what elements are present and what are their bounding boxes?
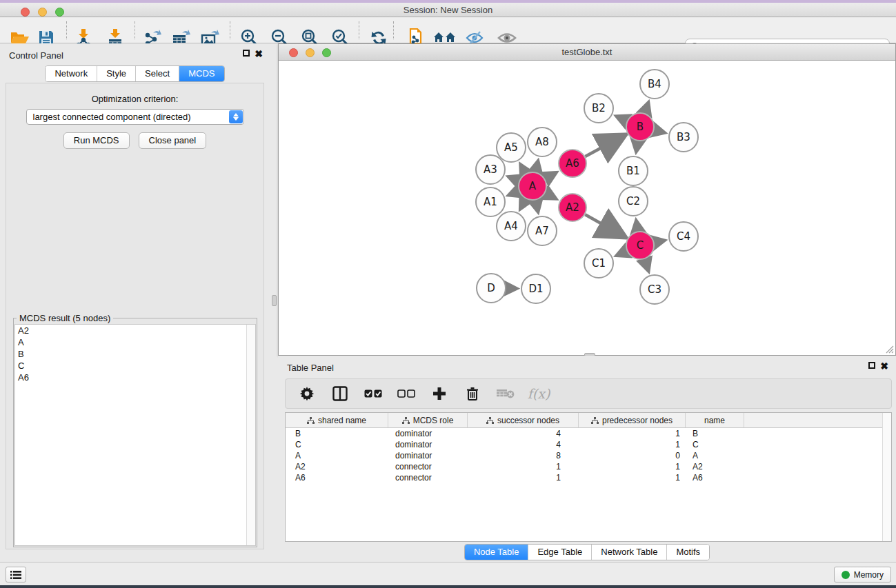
graph-edge-A-A7[interactable] bbox=[535, 201, 538, 212]
cell-successor-nodes[interactable]: 8 bbox=[468, 451, 579, 460]
optimization-criterion-select[interactable]: largest connected component (directed) bbox=[26, 109, 244, 125]
column-header-name[interactable]: name bbox=[686, 413, 744, 427]
graph-node-B3[interactable]: B3 bbox=[669, 123, 698, 152]
cell-shared-name[interactable]: B bbox=[286, 429, 388, 438]
deselect-all-columns-button[interactable] bbox=[397, 385, 415, 403]
column-header-MCDS-role[interactable]: MCDS role bbox=[388, 413, 468, 427]
graph-edge-A-A2[interactable] bbox=[546, 193, 557, 199]
mcds-result-list[interactable]: A2ABCA6 bbox=[14, 324, 256, 546]
tab-network[interactable]: Network bbox=[46, 66, 97, 81]
graph-node-A[interactable]: A bbox=[519, 172, 546, 200]
table-row[interactable]: Adominator80A bbox=[286, 450, 891, 461]
mcds-result-item[interactable]: A2 bbox=[15, 325, 255, 336]
cell-shared-name[interactable]: A bbox=[286, 451, 388, 460]
graph-node-B2[interactable]: B2 bbox=[584, 94, 613, 123]
resize-grip-icon[interactable] bbox=[884, 344, 894, 354]
graph-edge-A-A5[interactable] bbox=[521, 164, 526, 173]
mcds-result-item[interactable]: C bbox=[15, 360, 255, 372]
table-row[interactable]: Cdominator41C bbox=[286, 439, 891, 450]
cell-name[interactable]: A2 bbox=[686, 462, 744, 472]
table-settings-button[interactable] bbox=[298, 385, 316, 403]
graph-node-C4[interactable]: C4 bbox=[669, 222, 698, 251]
graph-edge-B-B3[interactable] bbox=[654, 130, 664, 133]
graph-edge-C-C3[interactable] bbox=[645, 259, 649, 271]
cell-MCDS-role[interactable]: connector bbox=[388, 462, 468, 472]
graph-edge-A-A4[interactable] bbox=[520, 199, 526, 210]
cell-successor-nodes[interactable]: 1 bbox=[468, 473, 579, 483]
graph-node-A1[interactable]: A1 bbox=[476, 187, 505, 216]
table-float-button[interactable] bbox=[868, 362, 875, 370]
graph-edge-B-B2[interactable] bbox=[617, 116, 627, 121]
graph-edge-B-B1[interactable] bbox=[636, 141, 637, 152]
cell-name[interactable]: A bbox=[686, 451, 744, 460]
cell-predecessor-nodes[interactable]: 0 bbox=[579, 451, 686, 460]
float-panel-button[interactable] bbox=[243, 50, 250, 58]
table-scrollbar[interactable] bbox=[882, 413, 891, 541]
delete-column-button[interactable] bbox=[464, 385, 481, 403]
graph-edge-C-C2[interactable] bbox=[636, 221, 637, 232]
graph-node-A8[interactable]: A8 bbox=[528, 128, 557, 156]
column-header-shared-name[interactable]: shared name bbox=[286, 413, 388, 427]
graph-edge-A-A1[interactable] bbox=[508, 191, 519, 195]
mcds-result-item[interactable]: A bbox=[15, 336, 255, 348]
graph-node-B1[interactable]: B1 bbox=[619, 156, 648, 185]
graph-node-B4[interactable]: B4 bbox=[640, 70, 669, 99]
table-row[interactable]: A2connector11A2 bbox=[286, 461, 891, 472]
tab-edge-table[interactable]: Edge Table bbox=[528, 545, 592, 560]
close-panel-button[interactable]: Close panel bbox=[139, 132, 207, 149]
cell-name[interactable]: A6 bbox=[686, 473, 744, 483]
graph-node-A6[interactable]: A6 bbox=[559, 150, 586, 177]
cell-shared-name[interactable]: A6 bbox=[286, 473, 388, 483]
tab-mcds[interactable]: MCDS bbox=[179, 66, 223, 81]
graph-node-A5[interactable]: A5 bbox=[497, 133, 526, 162]
panel-split-handle[interactable] bbox=[272, 295, 277, 306]
delete-table-button[interactable] bbox=[497, 385, 515, 403]
graph-node-C3[interactable]: C3 bbox=[640, 275, 669, 304]
column-header-successor-nodes[interactable]: successor nodes bbox=[468, 413, 579, 427]
cell-name[interactable]: B bbox=[686, 429, 744, 438]
cell-name[interactable]: C bbox=[686, 440, 744, 449]
network-canvas[interactable]: B4B2BB3A5A8A6B1A3AC2A1A2A4A7C4CC1C3DD1 bbox=[279, 61, 895, 355]
table-close-icon[interactable]: ✖ bbox=[880, 362, 888, 370]
cell-MCDS-role[interactable]: dominator bbox=[388, 440, 468, 449]
table-split-view-button[interactable] bbox=[331, 385, 349, 403]
column-header-predecessor-nodes[interactable]: predecessor nodes bbox=[579, 413, 686, 427]
graph-edge-A-A6[interactable] bbox=[545, 172, 556, 179]
graph-edge-A-A8[interactable] bbox=[535, 161, 538, 172]
graph-node-A2[interactable]: A2 bbox=[559, 194, 586, 221]
graph-node-A7[interactable]: A7 bbox=[528, 216, 557, 245]
add-column-button[interactable] bbox=[430, 385, 448, 403]
graph-node-C1[interactable]: C1 bbox=[584, 249, 613, 278]
graph-edge-B-B4[interactable] bbox=[645, 103, 648, 114]
cell-predecessor-nodes[interactable]: 1 bbox=[579, 473, 686, 483]
graph-node-B[interactable]: B bbox=[626, 113, 654, 141]
cell-MCDS-role[interactable]: dominator bbox=[388, 429, 468, 438]
cell-shared-name[interactable]: C bbox=[286, 440, 388, 449]
graph-edge-A-A3[interactable] bbox=[508, 176, 519, 181]
graph-node-D1[interactable]: D1 bbox=[521, 274, 550, 303]
tab-style[interactable]: Style bbox=[97, 66, 136, 81]
graph-node-A3[interactable]: A3 bbox=[476, 155, 505, 184]
run-mcds-button[interactable]: Run MCDS bbox=[63, 132, 130, 149]
graph-node-C2[interactable]: C2 bbox=[619, 187, 648, 216]
table-row[interactable]: A6connector11A6 bbox=[286, 472, 891, 483]
memory-button[interactable]: Memory bbox=[834, 567, 891, 582]
mcds-result-item[interactable]: A6 bbox=[15, 372, 255, 383]
tab-motifs[interactable]: Motifs bbox=[667, 545, 709, 560]
graph-node-D[interactable]: D bbox=[477, 274, 506, 303]
tab-select[interactable]: Select bbox=[136, 66, 179, 81]
table-row[interactable]: Bdominator41B bbox=[286, 428, 891, 439]
cell-predecessor-nodes[interactable]: 1 bbox=[579, 440, 686, 449]
cell-MCDS-role[interactable]: connector bbox=[388, 473, 468, 483]
cell-predecessor-nodes[interactable]: 1 bbox=[579, 462, 686, 472]
tab-network-table[interactable]: Network Table bbox=[592, 545, 667, 560]
cell-shared-name[interactable]: A2 bbox=[286, 462, 388, 472]
apply-function-button[interactable]: f(x) bbox=[530, 385, 548, 403]
graph-node-C[interactable]: C bbox=[626, 232, 654, 259]
mcds-result-item[interactable]: B bbox=[15, 348, 255, 360]
graph-edge-A2-C[interactable] bbox=[585, 214, 624, 236]
close-panel-icon[interactable]: ✖ bbox=[255, 50, 263, 58]
select-all-columns-button[interactable] bbox=[364, 385, 382, 403]
graph-node-A4[interactable]: A4 bbox=[497, 212, 526, 241]
cell-successor-nodes[interactable]: 4 bbox=[468, 429, 579, 438]
